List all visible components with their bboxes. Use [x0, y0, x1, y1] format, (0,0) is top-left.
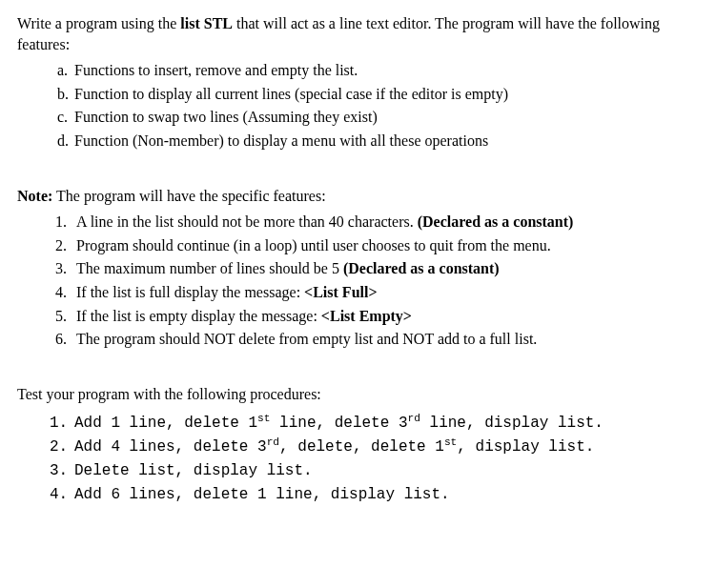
feature-marker: c.: [57, 107, 74, 128]
note-item-5: 5. If the list is empty display the mess…: [55, 306, 699, 327]
test-marker: 4.: [50, 483, 74, 507]
feature-list: a. Functions to insert, remove and empty…: [17, 60, 699, 151]
seg: Add 4 lines, delete 3: [74, 438, 267, 456]
note-list: 1. A line in the list should not be more…: [17, 212, 699, 350]
note-marker: 3.: [55, 258, 76, 279]
note-pre: If the list is empty display the message…: [76, 308, 321, 324]
test-item-2: 2. Add 4 lines, delete 3rd, delete, dele…: [50, 436, 699, 459]
note-text: The program should NOT delete from empty…: [76, 329, 537, 350]
note-intro-text: The program will have the specific featu…: [52, 188, 325, 204]
test-marker: 2.: [50, 436, 74, 459]
note-marker: 6.: [55, 329, 76, 350]
note-item-6: 6. The program should NOT delete from em…: [55, 329, 699, 350]
intro-pre: Write a program using the: [17, 15, 180, 31]
note-pre: If the list is full display the message:: [76, 284, 304, 300]
test-text: Delete list, display list.: [74, 459, 313, 483]
feature-text: Function to swap two lines (Assuming the…: [74, 107, 378, 128]
test-marker: 3.: [50, 459, 74, 483]
test-item-3: 3. Delete list, display list.: [50, 459, 699, 483]
feature-marker: d.: [57, 131, 74, 152]
note-marker: 4.: [55, 282, 76, 303]
feature-item-d: d. Function (Non-member) to display a me…: [57, 131, 699, 152]
note-text: Program should continue (in a loop) unti…: [76, 235, 551, 256]
test-item-1: 1. Add 1 line, delete 1st line, delete 3…: [50, 412, 699, 436]
test-item-4: 4. Add 6 lines, delete 1 line, display l…: [50, 483, 699, 507]
feature-item-c: c. Function to swap two lines (Assuming …: [57, 107, 699, 128]
intro-paragraph: Write a program using the list STL that …: [17, 13, 699, 54]
note-text: The maximum number of lines should be 5 …: [76, 258, 500, 279]
test-text: Add 1 line, delete 1st line, delete 3rd …: [74, 412, 603, 436]
test-marker: 1.: [50, 412, 74, 436]
note-marker: 1.: [55, 212, 76, 233]
note-bold: <List Empty>: [321, 308, 412, 324]
note-item-1: 1. A line in the list should not be more…: [55, 212, 699, 233]
feature-text: Function (Non-member) to display a menu …: [74, 131, 488, 152]
ordinal-sup: rd: [267, 436, 279, 448]
feature-marker: b.: [57, 84, 74, 105]
note-marker: 5.: [55, 306, 76, 327]
ordinal-sup: rd: [408, 413, 420, 424]
note-text: A line in the list should not be more th…: [76, 212, 573, 233]
note-text: If the list is full display the message:…: [76, 282, 378, 303]
ordinal-sup: st: [257, 413, 270, 424]
seg: line, display list.: [420, 415, 603, 432]
note-intro: Note: The program will have the specific…: [17, 186, 699, 207]
note-pre: The maximum number of lines should be 5: [76, 260, 343, 276]
seg: , delete, delete 1: [279, 438, 444, 456]
note-text: If the list is empty display the message…: [76, 306, 412, 327]
seg: Add 1 line, delete 1: [74, 415, 257, 432]
feature-item-a: a. Functions to insert, remove and empty…: [57, 60, 699, 81]
note-item-2: 2. Program should continue (in a loop) u…: [55, 235, 699, 256]
feature-item-b: b. Function to display all current lines…: [57, 84, 699, 105]
note-marker: 2.: [55, 235, 76, 256]
seg: line, delete 3: [270, 415, 407, 432]
test-list: 1. Add 1 line, delete 1st line, delete 3…: [17, 412, 699, 506]
note-bold: (Declared as a constant): [418, 213, 574, 230]
feature-text: Functions to insert, remove and empty th…: [74, 60, 358, 81]
ordinal-sup: st: [444, 436, 457, 448]
note-pre: A line in the list should not be more th…: [76, 213, 418, 230]
seg: , display list.: [457, 438, 594, 456]
note-item-4: 4. If the list is full display the messa…: [55, 282, 699, 303]
note-intro-bold: Note:: [17, 188, 52, 204]
note-bold: <List Full>: [304, 284, 377, 300]
feature-text: Function to display all current lines (s…: [74, 84, 508, 105]
feature-marker: a.: [57, 60, 74, 81]
note-item-3: 3. The maximum number of lines should be…: [55, 258, 699, 279]
note-bold: (Declared as a constant): [343, 260, 500, 276]
intro-bold: list STL: [180, 15, 233, 31]
test-text: Add 4 lines, delete 3rd, delete, delete …: [74, 436, 594, 459]
test-text: Add 6 lines, delete 1 line, display list…: [74, 483, 450, 507]
test-intro: Test your program with the following pro…: [17, 384, 699, 405]
